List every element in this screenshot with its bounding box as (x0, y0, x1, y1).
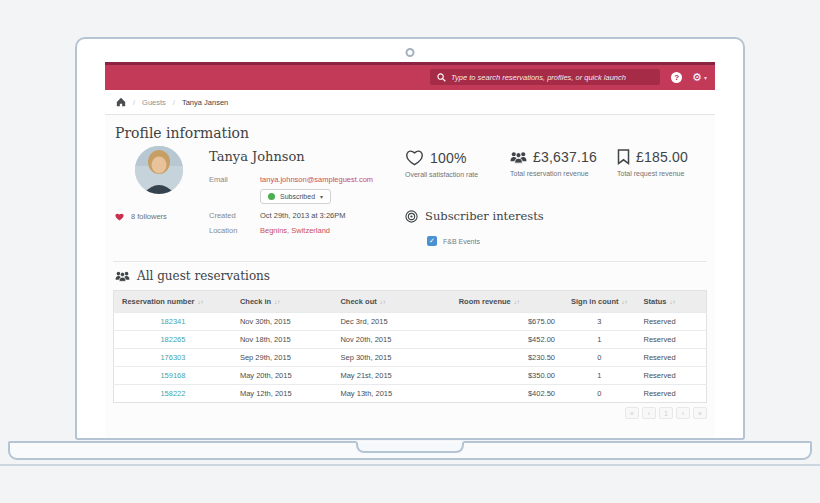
subscription-dropdown[interactable]: Subscribed ▾ (260, 189, 331, 204)
column-header-check-out[interactable]: Check out↓↑ (332, 291, 450, 313)
interest-label: F&B Events (443, 238, 480, 245)
home-icon[interactable] (116, 97, 126, 107)
heart-icon (115, 213, 124, 221)
column-header-check-in[interactable]: Check in↓↑ (232, 291, 333, 313)
webcam-icon (406, 48, 415, 57)
profile-page-content: Profile information Tanya Johnson Email … (105, 115, 715, 438)
status-cell: Reserved (636, 349, 707, 367)
sort-icon[interactable]: ↓↑ (514, 299, 520, 305)
global-search-input[interactable]: Type to search reservations, profiles, o… (430, 69, 660, 85)
email-label: Email (209, 175, 228, 184)
chevron-down-icon: ▾ (704, 74, 707, 81)
pagination-last-button[interactable]: » (693, 407, 707, 419)
check-out-cell: Dec 3rd, 2015 (332, 313, 450, 331)
table-row: 158222 May 12th, 2015 May 13th, 2015 $40… (114, 385, 707, 403)
pagination-next-button[interactable]: › (676, 407, 690, 419)
subscription-label: Subscribed (280, 193, 315, 200)
subscriber-interests-title: Subscriber interests (425, 209, 544, 223)
followers-count: 8 followers (131, 212, 167, 221)
location-link[interactable]: Begnins, Switzerland (260, 226, 330, 235)
settings-menu[interactable]: ⚙ ▾ (692, 72, 707, 83)
reservations-table: Reservation number↓↑ Check in↓↑ Check ou… (113, 290, 707, 403)
followers: 8 followers (115, 212, 167, 221)
sort-icon[interactable]: ↓↑ (380, 299, 386, 305)
reservations-heading: All guest reservations (115, 269, 270, 283)
table-header-row: Reservation number↓↑ Check in↓↑ Check ou… (114, 291, 707, 313)
breadcrumb-item-guests[interactable]: Guests (142, 98, 166, 107)
subscribed-status-icon (268, 193, 275, 200)
check-out-cell: Nov 20th, 2015 (332, 331, 450, 349)
sign-in-count-cell: 0 (563, 385, 636, 403)
trackpad-notch (356, 441, 464, 453)
reservation-number-link[interactable]: 182341 (160, 317, 185, 326)
guest-name: Tanya Johnson (209, 149, 305, 164)
request-revenue-label: Total request revenue (617, 170, 688, 177)
top-navigation-bar: Type to search reservations, profiles, o… (105, 62, 715, 90)
pagination-prev-button[interactable]: ‹ (642, 407, 656, 419)
app-window: Type to search reservations, profiles, o… (105, 62, 715, 438)
target-icon (405, 210, 418, 223)
heart-outline-icon (405, 149, 424, 166)
avatar (135, 146, 183, 194)
laptop-base (8, 441, 812, 460)
room-revenue-cell: $230.50 (451, 349, 563, 367)
sort-icon[interactable]: ↓↑ (669, 299, 675, 305)
check-in-cell: Sep 29th, 2015 (232, 349, 333, 367)
check-in-cell: Nov 30th, 2015 (232, 313, 333, 331)
sign-in-count-cell: 1 (563, 367, 636, 385)
checkbox-checked-icon[interactable]: ✓ (427, 236, 437, 246)
check-in-cell: Nov 18th, 2015 (232, 331, 333, 349)
created-label: Created (209, 211, 236, 220)
table-row: 182341 Nov 30th, 2015 Dec 3rd, 2015 $675… (114, 313, 707, 331)
satisfaction-value: 100% (430, 150, 467, 166)
column-header-reservation-number[interactable]: Reservation number↓↑ (114, 291, 232, 313)
check-out-cell: May 21st, 2015 (332, 367, 450, 385)
subscriber-interests-heading: Subscriber interests (405, 209, 544, 223)
pagination-page-button[interactable]: 1 (659, 407, 673, 419)
stat-reservation-revenue: £3,637.16 Total reservation revenue (510, 149, 597, 177)
table-row: 159168 May 20th, 2015 May 21st, 2015 $35… (114, 367, 707, 385)
created-value: Oct 29th, 2013 at 3:26PM (260, 211, 345, 220)
room-revenue-cell: $675.00 (451, 313, 563, 331)
check-out-cell: Sep 30th, 2015 (332, 349, 450, 367)
check-in-cell: May 12th, 2015 (232, 385, 333, 403)
sign-in-count-cell: 1 (563, 331, 636, 349)
pagination-first-button[interactable]: « (625, 407, 639, 419)
reservation-number-link[interactable]: 159168 (160, 371, 185, 380)
pagination: « ‹ 1 › » (625, 407, 707, 419)
stat-satisfaction: 100% Overall satisfaction rate (405, 149, 478, 178)
breadcrumb-item-current: Tanya Jansen (182, 98, 228, 107)
stat-request-revenue: £185.00 Total request revenue (617, 149, 688, 177)
sort-icon[interactable]: ↓↑ (274, 299, 280, 305)
table-row: 182265 Nov 18th, 2015 Nov 20th, 2015 $45… (114, 331, 707, 349)
desk-line (0, 464, 820, 466)
reservation-number-link[interactable]: 158222 (160, 389, 185, 398)
column-header-sign-in-count[interactable]: Sign in count↓↑ (563, 291, 636, 313)
reservations-title: All guest reservations (137, 269, 270, 283)
sort-icon[interactable]: ↓↑ (622, 299, 628, 305)
breadcrumb-separator: / (133, 98, 135, 107)
interest-item[interactable]: ✓ F&B Events (427, 236, 480, 246)
reservation-revenue-label: Total reservation revenue (510, 170, 597, 177)
reservation-revenue-value: £3,637.16 (533, 149, 597, 165)
page-title: Profile information (115, 125, 249, 141)
table-row: 176303 Sep 29th, 2015 Sep 30th, 2015 $23… (114, 349, 707, 367)
request-revenue-value: £185.00 (636, 149, 688, 165)
gear-icon: ⚙ (692, 72, 702, 83)
sort-icon[interactable]: ↓↑ (198, 299, 204, 305)
email-link[interactable]: tanya.johnson@sampleguest.com (260, 175, 373, 184)
room-revenue-cell: $452.00 (451, 331, 563, 349)
status-cell: Reserved (636, 385, 707, 403)
chevron-down-icon: ▾ (320, 193, 323, 200)
reservation-number-link[interactable]: 176303 (160, 353, 185, 362)
reservation-number-link[interactable]: 182265 (160, 335, 185, 344)
search-icon (437, 73, 446, 82)
breadcrumb-separator: / (173, 98, 175, 107)
section-divider (113, 261, 707, 262)
help-icon[interactable]: ? (671, 72, 682, 83)
column-header-room-revenue[interactable]: Room revenue↓↑ (451, 291, 563, 313)
people-icon (115, 270, 130, 283)
location-label: Location (209, 226, 237, 235)
column-header-status[interactable]: Status↓↑ (636, 291, 707, 313)
room-revenue-cell: $402.50 (451, 385, 563, 403)
